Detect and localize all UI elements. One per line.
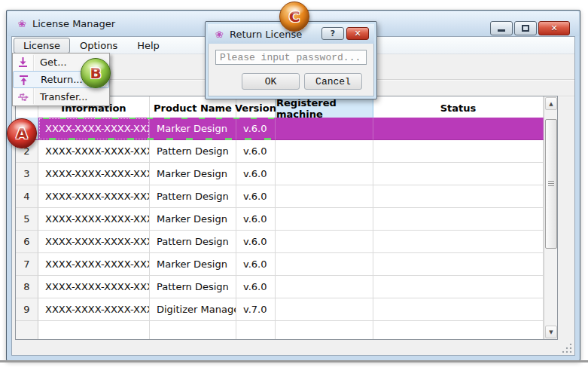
cell-version: v.6.0 <box>236 276 276 298</box>
license-table: Information Product Name Version Registe… <box>15 96 558 340</box>
menu-options[interactable]: Options <box>70 38 127 54</box>
license-table-body: Information Product Name Version Registe… <box>16 96 544 339</box>
cell-information: XXXX-XXXX-XXXX-XXXX <box>38 253 150 276</box>
cell-product: Pattern Design <box>150 140 236 163</box>
table-row[interactable]: 7 XXXX-XXXX-XXXX-XXXX Marker Design v.6.… <box>16 253 544 276</box>
table-row-empty <box>16 321 544 339</box>
cell-information: XXXX-XXXX-XXXX-XXXX <box>38 208 150 231</box>
cell-version: v.7.0 <box>236 298 276 321</box>
table-row[interactable]: 2 XXXX-XXXX-XXXX-XXXX Pattern Design v.6… <box>16 140 544 163</box>
table-row[interactable]: 9 XXXX-XXXX-XXXX-XXXX Digitizer Manager … <box>16 298 544 321</box>
bottom-edge-rule <box>0 360 588 362</box>
download-icon <box>17 56 29 69</box>
cancel-button[interactable]: Cancel <box>304 73 362 90</box>
app-flower-icon: ❀ <box>16 18 28 30</box>
maximize-icon <box>522 25 529 32</box>
cell-information: XXXX-XXXX-XXXX-XXXX <box>38 185 150 208</box>
cell-product: Marker Design <box>150 118 236 140</box>
row-number: 4 <box>16 185 38 208</box>
upload-icon <box>17 74 30 87</box>
minimize-icon <box>498 29 505 32</box>
cell-machine <box>276 163 373 185</box>
close-icon: ✕ <box>550 23 557 33</box>
table-row[interactable]: 8 XXXX-XXXX-XXXX-XXXX Pattern Design v.6… <box>16 276 544 298</box>
menu-item-transfer[interactable]: Transfer... <box>13 88 109 106</box>
cell-information: XXXX-XXXX-XXXX-XXXX <box>38 140 150 163</box>
vertical-scrollbar[interactable]: ▲ ▼ <box>544 96 557 339</box>
cell-version: v.6.0 <box>236 208 276 231</box>
screenshot: ❀ License Manager ✕ License Options Help… <box>0 0 588 367</box>
cell-version: v.6.0 <box>236 118 276 140</box>
cell-status <box>373 208 544 231</box>
cell-information: XXXX-XXXX-XXXX-XXXX <box>38 298 150 321</box>
ok-button[interactable]: OK <box>242 73 300 90</box>
menu-license[interactable]: License <box>14 38 70 54</box>
menu-help[interactable]: Help <box>127 38 169 54</box>
cell-version: v.6.0 <box>236 140 276 163</box>
menu-item-label: Transfer... <box>40 91 87 102</box>
row-number: 3 <box>16 163 38 185</box>
cell-version: v.6.0 <box>236 163 276 185</box>
dialog-close-button[interactable]: ✕ <box>346 27 369 40</box>
cell-status <box>373 185 544 208</box>
cell-status <box>373 140 544 163</box>
annotation-badge-b: B <box>81 58 111 88</box>
cell-status <box>373 163 544 185</box>
cell-product: Pattern Design <box>150 185 236 208</box>
cell-status <box>373 253 544 276</box>
cell-status <box>373 231 544 253</box>
scrollbar-thumb[interactable] <box>545 119 557 249</box>
table-row[interactable]: 3 XXXX-XXXX-XXXX-XXXX Marker Design v.6.… <box>16 163 544 185</box>
dialog-body: OK Cancel <box>208 44 374 96</box>
cell-product: Marker Design <box>150 208 236 231</box>
scroll-up-button[interactable]: ▲ <box>545 97 557 110</box>
table-row[interactable]: 4 XXXX-XXXX-XXXX-XXXX Pattern Design v.6… <box>16 185 544 208</box>
cell-machine <box>276 298 373 321</box>
cell-machine <box>276 253 373 276</box>
resize-grip[interactable] <box>562 344 572 353</box>
cell-version: v.6.0 <box>236 253 276 276</box>
row-number: 5 <box>16 208 38 231</box>
cell-information: XXXX-XXXX-XXXX-XXXX <box>38 231 150 253</box>
cell-machine <box>276 185 373 208</box>
cell-product: Marker Design <box>150 253 236 276</box>
cell-machine <box>276 208 373 231</box>
scroll-down-button[interactable]: ▼ <box>545 326 557 338</box>
cell-status <box>373 298 544 321</box>
cell-machine <box>276 231 373 253</box>
window-title: License Manager <box>32 18 115 29</box>
window-controls: ✕ <box>490 21 570 35</box>
return-license-dialog: ❀ Return License ? ✕ OK Cancel <box>205 21 377 99</box>
cell-version: v.6.0 <box>236 185 276 208</box>
menu-item-label: Return... <box>41 74 83 85</box>
dialog-help-button[interactable]: ? <box>321 27 344 40</box>
cell-information: XXXX-XXXX-XXXX-XXXX <box>38 118 150 140</box>
cell-machine <box>276 276 373 298</box>
table-row-selected[interactable]: 1 XXXX-XXXX-XXXX-XXXX Marker Design v.6.… <box>16 118 544 140</box>
row-number: 8 <box>16 276 38 298</box>
cell-information: XXXX-XXXX-XXXX-XXXX <box>38 163 150 185</box>
cell-machine <box>276 140 373 163</box>
usb-icon <box>17 90 29 103</box>
table-row[interactable]: 5 XXXX-XXXX-XXXX-XXXX Marker Design v.6.… <box>16 208 544 231</box>
table-row[interactable]: 6 XXXX-XXXX-XXXX-XXXX Pattern Design v.6… <box>16 231 544 253</box>
row-number <box>16 321 38 339</box>
cell-product: Digitizer Manager <box>150 298 236 321</box>
cell-status <box>373 118 544 140</box>
cell-information: XXXX-XXXX-XXXX-XXXX <box>38 276 150 298</box>
password-input[interactable] <box>215 50 367 65</box>
cell-machine <box>276 118 373 140</box>
cell-product: Marker Design <box>150 163 236 185</box>
cell-product: Pattern Design <box>150 231 236 253</box>
close-button[interactable]: ✕ <box>538 21 570 35</box>
help-icon: ? <box>331 29 335 38</box>
menu-item-label: Get... <box>40 57 67 68</box>
annotation-badge-c: C <box>279 2 309 32</box>
close-icon: ✕ <box>354 29 361 38</box>
cell-product: Pattern Design <box>150 276 236 298</box>
maximize-button[interactable] <box>514 21 537 35</box>
cell-version: v.6.0 <box>236 231 276 253</box>
minimize-button[interactable] <box>490 21 513 35</box>
cell-status <box>373 276 544 298</box>
row-number: 7 <box>16 253 38 276</box>
